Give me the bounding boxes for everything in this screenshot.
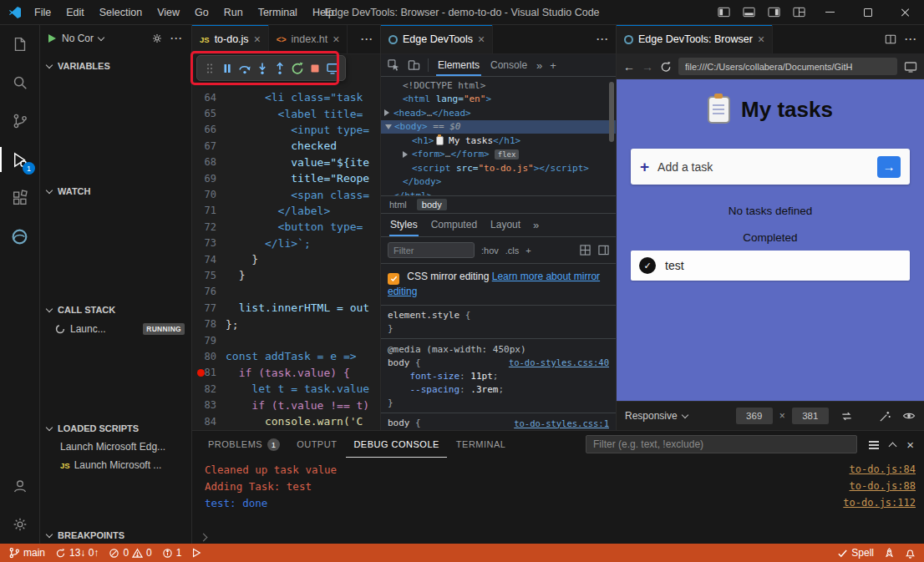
stylesheet-link[interactable]: to-do-styles.css:40 <box>509 357 609 367</box>
pause-icon[interactable] <box>219 58 236 78</box>
add-task-placeholder[interactable]: Add a task <box>657 160 713 174</box>
debug-gear-icon[interactable] <box>151 33 163 44</box>
extensions-icon[interactable] <box>0 179 39 217</box>
explorer-icon[interactable] <box>0 25 39 63</box>
reload-icon[interactable] <box>660 61 672 73</box>
source-control-icon[interactable] <box>0 102 39 140</box>
step-out-icon[interactable] <box>272 58 288 78</box>
close-button[interactable] <box>886 0 924 24</box>
css-rule-line[interactable]: --spacing: .3rem; <box>381 382 616 396</box>
tab-layout[interactable]: Layout <box>490 215 521 236</box>
menu-file[interactable]: File <box>27 0 58 24</box>
dom-node[interactable]: <h1> My tasks</h1> <box>381 134 616 148</box>
source-link[interactable]: to-do.js:84 <box>850 463 916 475</box>
console-row[interactable]: test: done to-do.js:112 <box>192 494 924 511</box>
rotate-viewport-icon[interactable] <box>840 410 853 423</box>
css-rule-line[interactable]: } <box>381 396 616 413</box>
url-bar[interactable] <box>678 58 897 75</box>
toggle-secondary-sidebar-icon[interactable] <box>761 0 786 24</box>
css-rule-line[interactable]: body {to-do-styles.css:40 <box>381 356 616 369</box>
menu-go[interactable]: Go <box>187 0 216 24</box>
views-more-actions-icon[interactable]: ··· <box>170 33 183 44</box>
inspect-element-icon[interactable] <box>388 59 400 72</box>
dom-node[interactable]: <body> == $0 <box>381 120 616 134</box>
close-tab-icon[interactable] <box>254 33 261 45</box>
expand-icon[interactable] <box>384 109 389 116</box>
close-tab-icon[interactable] <box>478 33 485 45</box>
viewport-height-input[interactable] <box>792 408 829 424</box>
menu-run[interactable]: Run <box>216 0 251 24</box>
rocket-icon[interactable] <box>884 544 895 562</box>
css-rule-line[interactable]: body {to-do-styles.css:1 <box>381 417 616 430</box>
completed-task-row[interactable]: test <box>631 251 910 281</box>
more-tabs-icon[interactable]: » <box>533 219 539 231</box>
variables-section-header[interactable]: VARIABLES <box>40 57 191 75</box>
dom-node[interactable]: <head>…</head> <box>381 106 616 120</box>
loaded-script-item[interactable]: JS Launch Microsoft ... <box>40 456 191 474</box>
submit-task-button[interactable] <box>877 156 901 178</box>
branch-indicator[interactable]: main <box>8 544 45 562</box>
eye-icon[interactable] <box>902 409 916 423</box>
menu-view[interactable]: View <box>150 0 187 24</box>
settings-gear-icon[interactable] <box>0 505 39 544</box>
element-classes-button[interactable]: .cls <box>505 246 520 256</box>
screencast-icon[interactable] <box>904 60 917 73</box>
close-tab-icon[interactable] <box>333 33 339 45</box>
split-editor-icon[interactable] <box>885 33 896 45</box>
new-style-rule-button[interactable]: + <box>525 246 531 256</box>
debug-status-icon[interactable] <box>191 544 201 562</box>
editor-more-actions-icon[interactable]: ··· <box>597 33 609 45</box>
notifications-bell-icon[interactable] <box>905 544 916 562</box>
breakpoints-section-header[interactable]: BREAKPOINTS <box>40 526 191 544</box>
tab-terminal[interactable]: TERMINAL <box>449 431 514 458</box>
close-browser-window-icon[interactable] <box>324 58 341 78</box>
tab-output[interactable]: OUTPUT <box>289 431 344 458</box>
css-rule-line[interactable]: } <box>381 322 616 340</box>
dom-node[interactable]: </html> <box>381 189 616 195</box>
tab-styles[interactable]: Styles <box>389 215 419 236</box>
tab-elements[interactable]: Elements <box>436 55 481 76</box>
close-panel-icon[interactable] <box>906 438 914 451</box>
minimize-button[interactable] <box>811 0 849 24</box>
toggle-primary-sidebar-icon[interactable] <box>711 0 736 24</box>
maximize-button[interactable] <box>849 0 886 24</box>
menu-selection[interactable]: Selection <box>92 0 150 24</box>
add-task-form[interactable]: Add a task <box>631 149 910 185</box>
loaded-scripts-section-header[interactable]: LOADED SCRIPTS <box>40 419 191 438</box>
scrollbar[interactable] <box>609 82 614 142</box>
debug-config-dropdown[interactable]: No Cor <box>62 33 104 44</box>
device-mode-dropdown[interactable]: Responsive <box>625 410 688 422</box>
step-over-icon[interactable] <box>236 58 253 78</box>
css-rule-line[interactable]: font-size: 11pt; <box>381 369 616 382</box>
console-row[interactable]: Adding Task: test to-do.js:88 <box>192 478 924 494</box>
menu-terminal[interactable]: Terminal <box>251 0 305 24</box>
breadcrumb-body[interactable]: body <box>417 199 447 210</box>
run-debug-icon[interactable]: 1 <box>0 140 39 179</box>
back-icon[interactable]: ← <box>623 60 635 73</box>
maximize-panel-icon[interactable] <box>889 442 897 450</box>
source-link[interactable]: to-do.js:88 <box>850 480 916 492</box>
element-states-button[interactable]: :hov <box>481 246 499 256</box>
accounts-icon[interactable] <box>0 467 39 505</box>
css-rule-line[interactable]: element.style { <box>381 309 616 322</box>
more-tabs-icon[interactable]: » <box>536 59 542 72</box>
tab-index-html[interactable]: <> index.ht <box>269 25 348 53</box>
drag-handle-icon[interactable] <box>201 58 218 78</box>
problems-indicator[interactable]: 0 0 <box>109 544 151 562</box>
call-stack-item[interactable]: Launc... RUNNING <box>40 320 191 338</box>
stylesheet-link[interactable]: to-do-styles.css:1 <box>514 418 609 428</box>
css-rule-line[interactable]: @media (max-width: 450px) <box>381 342 616 356</box>
tab-problems[interactable]: PROBLEMS 1 <box>201 431 287 458</box>
source-link[interactable]: to-do.js:112 <box>843 497 916 509</box>
sync-indicator[interactable]: 13↓ 0↑ <box>55 544 99 562</box>
dom-node[interactable]: <form>…</form>flex <box>381 148 616 162</box>
tab-edge-devtools[interactable]: Edge DevTools <box>381 25 493 53</box>
code-editor[interactable]: 64 <li class="task65 <label title=66 <in… <box>192 54 380 430</box>
console-filter-input[interactable] <box>586 435 857 453</box>
editor-more-actions-icon[interactable]: ··· <box>361 33 373 45</box>
add-tool-icon[interactable]: + <box>550 59 556 72</box>
watch-section-header[interactable]: WATCH <box>40 182 191 200</box>
breadcrumb-html[interactable]: html <box>389 200 407 210</box>
mirror-editing-checkbox[interactable] <box>388 273 399 285</box>
customize-layout-icon[interactable] <box>786 0 811 24</box>
